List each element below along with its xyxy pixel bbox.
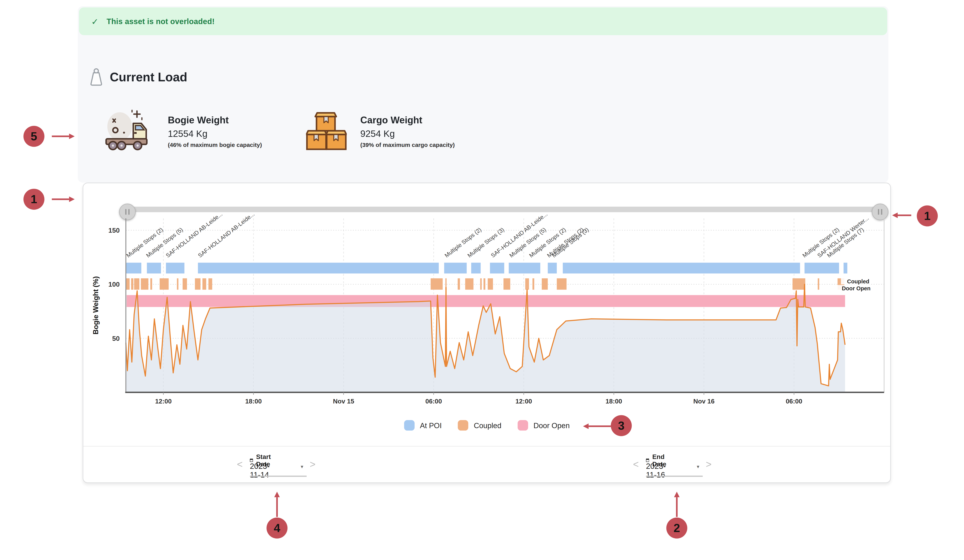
end-date-underline <box>646 475 703 477</box>
svg-text:Multiple Stops (5): Multiple Stops (5) <box>145 226 184 259</box>
svg-text:06:00: 06:00 <box>786 398 802 405</box>
legend-label: Coupled <box>474 421 502 430</box>
legend-label: Door Open <box>534 421 570 430</box>
svg-text:5: 5 <box>31 130 37 143</box>
weight-icon <box>90 68 103 86</box>
banner-text: This asset is not overloaded! <box>107 17 215 26</box>
svg-text:18:00: 18:00 <box>245 398 262 405</box>
svg-text:4: 4 <box>274 521 280 534</box>
legend-label: At POI <box>420 421 442 430</box>
svg-text:Nov 15: Nov 15 <box>333 398 354 405</box>
start-date-dropdown-icon[interactable]: ▼ <box>300 465 304 469</box>
legend-swatch <box>458 420 468 430</box>
end-date-next-button[interactable]: > <box>706 459 712 469</box>
svg-text:12:00: 12:00 <box>155 398 172 405</box>
truck-icon <box>105 110 154 152</box>
legend-item-coupled[interactable]: Coupled <box>458 420 501 430</box>
bogie-weight-chart[interactable]: 12:0018:00Nov 1506:0012:0018:00Nov 1606:… <box>83 183 891 459</box>
cargo-weight-label: Cargo Weight <box>360 115 455 126</box>
page-title: Current Load <box>110 70 187 84</box>
end-date-dropdown-icon[interactable]: ▼ <box>696 465 700 469</box>
page: ✓ This asset is not overloaded! Current … <box>0 0 964 560</box>
svg-text:Door Open: Door Open <box>842 285 871 291</box>
bogie-weight-note: (46% of maximum bogie capacity) <box>168 141 262 148</box>
card-divider <box>83 446 890 447</box>
start-date-prev-button[interactable]: < <box>237 459 243 469</box>
svg-text:1: 1 <box>31 192 37 206</box>
svg-text:Multiple Stops (2): Multiple Stops (2) <box>125 226 164 259</box>
svg-text:Multiple Stops (2): Multiple Stops (2) <box>443 226 483 259</box>
section-header: Current Load <box>90 68 187 86</box>
svg-text:Bogie Weight (%): Bogie Weight (%) <box>92 276 100 334</box>
legend-swatch <box>518 420 528 430</box>
svg-text:Nov 16: Nov 16 <box>693 398 715 405</box>
legend-swatch <box>404 420 414 430</box>
svg-text:Coupled: Coupled <box>847 278 870 285</box>
cargo-boxes-icon <box>306 110 347 151</box>
bogie-weight-chart-card: 12:0018:00Nov 1506:0012:0018:00Nov 1606:… <box>83 182 891 483</box>
legend-item-at-poi[interactable]: At POI <box>404 420 442 430</box>
current-load-panel: ✓ This asset is not overloaded! Current … <box>78 6 888 182</box>
svg-text:150: 150 <box>108 226 120 234</box>
end-date-value[interactable]: 2023-11-16 <box>646 462 666 479</box>
svg-text:2: 2 <box>673 521 680 534</box>
start-date-next-button[interactable]: > <box>309 459 316 469</box>
svg-text:SAF-HOLLAND AB-Leide...: SAF-HOLLAND AB-Leide... <box>197 211 256 259</box>
svg-text:50: 50 <box>112 335 120 342</box>
chart-legend: At POICoupledDoor Open <box>83 420 890 430</box>
bogie-weight-value: 12554 Kg <box>168 129 262 139</box>
bogie-weight-label: Bogie Weight <box>168 115 262 126</box>
end-date-prev-button[interactable]: < <box>633 459 639 469</box>
svg-text:12:00: 12:00 <box>516 398 532 405</box>
check-icon: ✓ <box>91 16 99 26</box>
svg-text:100: 100 <box>108 281 120 288</box>
svg-text:1: 1 <box>924 209 931 223</box>
start-date-underline <box>250 475 306 477</box>
legend-item-door-open[interactable]: Door Open <box>518 420 570 430</box>
bogie-weight-metric: Bogie Weight 12554 Kg (46% of maximum bo… <box>105 110 262 152</box>
cargo-weight-value: 9254 Kg <box>360 129 455 139</box>
cargo-weight-metric: Cargo Weight 9254 Kg (39% of maximum car… <box>306 110 455 151</box>
svg-text:06:00: 06:00 <box>425 398 442 405</box>
start-date-value[interactable]: 2023-11-14 <box>250 462 270 479</box>
svg-text:18:00: 18:00 <box>606 398 622 405</box>
success-banner: ✓ This asset is not overloaded! <box>79 7 887 35</box>
cargo-weight-note: (39% of maximum cargo capacity) <box>360 141 455 148</box>
